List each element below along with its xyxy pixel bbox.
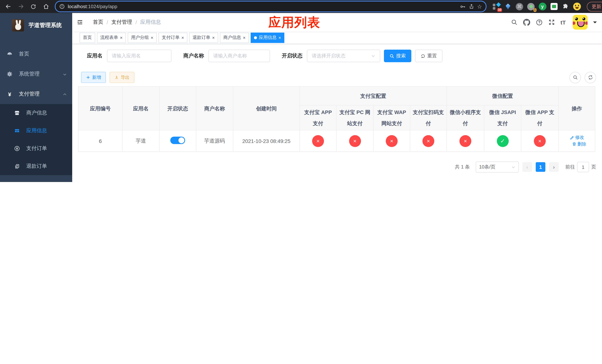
extension-balloon-icon[interactable] bbox=[504, 2, 512, 11]
breadcrumb-home[interactable]: 首页 bbox=[93, 19, 103, 26]
next-page-button[interactable]: › bbox=[549, 162, 559, 172]
password-key-icon[interactable] bbox=[460, 3, 466, 10]
table-toolbar: 新增 导出 bbox=[78, 72, 596, 83]
search-icon[interactable] bbox=[511, 19, 517, 26]
cell-alipay-wap: × bbox=[373, 130, 410, 152]
reset-button[interactable]: 重置 bbox=[415, 50, 442, 62]
trash-icon bbox=[572, 142, 576, 146]
fullscreen-icon[interactable] bbox=[548, 19, 555, 26]
tab-pay-order[interactable]: 支付订单× bbox=[159, 32, 187, 43]
add-button[interactable]: 新增 bbox=[81, 72, 106, 83]
extension-command-icon[interactable]: ⌘ bbox=[515, 2, 524, 11]
store-icon bbox=[14, 110, 20, 116]
page-1-button[interactable]: 1 bbox=[536, 162, 545, 172]
tab-close-icon[interactable]: × bbox=[120, 35, 123, 40]
home-icon[interactable] bbox=[41, 1, 51, 12]
help-icon[interactable] bbox=[536, 19, 543, 26]
sidebar-logo-row[interactable]: 芋道管理系统 bbox=[0, 13, 72, 34]
sidebar-item-home[interactable]: 首页 bbox=[0, 44, 72, 64]
sidebar-item-infra[interactable]: 基础设施 bbox=[0, 175, 72, 182]
tab-home[interactable]: 首页 bbox=[80, 32, 95, 43]
extensions-puzzle-icon[interactable] bbox=[561, 2, 570, 11]
sidebar-item-label: 支付管理 bbox=[19, 91, 56, 97]
user-avatar[interactable] bbox=[573, 15, 588, 30]
merchant-name-input[interactable]: 请输入商户名称 bbox=[208, 50, 270, 62]
sidebar-item-label: 支付订单 bbox=[26, 145, 47, 152]
reload-icon[interactable] bbox=[28, 1, 39, 12]
app-name-input[interactable]: 请输入应用名 bbox=[107, 50, 172, 62]
bookmark-star-icon[interactable]: ☆ bbox=[477, 3, 482, 10]
page-size-select[interactable]: 10条/页 bbox=[476, 161, 519, 172]
app-name-label: 应用名 bbox=[87, 53, 103, 59]
sidebar-item-merchant-info[interactable]: 商户信息 bbox=[0, 104, 72, 122]
ext-diamond bbox=[496, 2, 501, 7]
url-bar[interactable]: localhost:1024/pay/app ☆ bbox=[55, 1, 486, 12]
extension-blue-diamond-icon[interactable]: 10 bbox=[492, 2, 501, 11]
sidebar-item-pay-order[interactable]: 支付订单 bbox=[0, 139, 72, 157]
cell-actions: 修改 删除 bbox=[559, 130, 595, 152]
tab-refund-order[interactable]: 退款订单× bbox=[189, 32, 218, 43]
sidebar-item-label: 退款订单 bbox=[26, 163, 47, 170]
tab-close-icon[interactable]: × bbox=[279, 35, 281, 40]
breadcrumb: 首页 / 支付管理 / 应用信息 bbox=[93, 19, 161, 26]
share-icon[interactable] bbox=[469, 4, 474, 9]
search-button-icon bbox=[389, 54, 394, 58]
status-select[interactable]: 请选择开启状态 bbox=[307, 50, 380, 62]
status-cross-icon: × bbox=[460, 135, 471, 147]
tab-close-icon[interactable]: × bbox=[212, 35, 215, 40]
tab-close-icon[interactable]: × bbox=[151, 35, 153, 40]
cell-alipay-pc: × bbox=[336, 130, 373, 152]
font-size-icon[interactable]: tT bbox=[560, 19, 566, 25]
goto-page-input[interactable] bbox=[577, 162, 589, 172]
search-button[interactable]: 搜索 bbox=[384, 50, 411, 62]
magnifier-icon bbox=[573, 75, 578, 80]
merchant-name-label: 商户名称 bbox=[183, 53, 204, 59]
sidebar-item-payment[interactable]: ¥ 支付管理 bbox=[0, 84, 72, 104]
col-alipay-wap: 支付宝 WAP 网站支付 bbox=[373, 105, 410, 130]
tab-close-icon[interactable]: × bbox=[243, 35, 246, 40]
tab-process-form[interactable]: 流程表单× bbox=[97, 32, 126, 43]
breadcrumb-separator: / bbox=[107, 19, 108, 25]
page-annotation: 应用列表 bbox=[269, 14, 320, 30]
app-logo bbox=[12, 19, 24, 31]
avatar-caret-icon[interactable] bbox=[593, 21, 597, 25]
prev-page-button[interactable]: ‹ bbox=[522, 162, 532, 172]
back-icon[interactable] bbox=[3, 1, 13, 12]
tab-merchant-info[interactable]: 商户信息× bbox=[220, 32, 249, 43]
tab-close-icon[interactable]: × bbox=[182, 35, 184, 40]
sidebar-item-refund-order[interactable]: 退款订单 bbox=[0, 157, 72, 175]
breadcrumb-payment[interactable]: 支付管理 bbox=[111, 19, 132, 26]
toggle-search-button[interactable] bbox=[570, 72, 581, 83]
sidebar: 芋道管理系统 首页 系统管理 bbox=[0, 13, 72, 182]
tab-label: 支付订单 bbox=[162, 34, 180, 41]
sidebar-item-app-info[interactable]: 应用信息 bbox=[0, 122, 72, 139]
url-text[interactable]: localhost:1024/pay/app bbox=[68, 4, 457, 9]
sidebar-item-system[interactable]: 系统管理 bbox=[0, 64, 72, 84]
github-icon[interactable] bbox=[523, 19, 530, 26]
refresh-icon bbox=[588, 75, 593, 80]
tab-label: 应用信息 bbox=[259, 34, 277, 41]
browser-update-button[interactable]: 更新 bbox=[587, 2, 602, 11]
site-info-icon[interactable] bbox=[59, 4, 65, 9]
delete-link[interactable]: 删除 bbox=[572, 141, 586, 147]
cell-alipay-qr: × bbox=[410, 130, 447, 152]
forward-icon[interactable] bbox=[16, 1, 26, 12]
status-cross-icon: × bbox=[312, 135, 324, 147]
extension-y-icon[interactable]: y bbox=[538, 2, 547, 11]
profile-avatar-icon[interactable] bbox=[573, 2, 581, 11]
tab-app-info[interactable]: 应用信息× bbox=[251, 32, 284, 43]
tab-user-group[interactable]: 用户分组× bbox=[128, 32, 157, 43]
sidebar-collapse-icon[interactable] bbox=[72, 13, 88, 32]
balloon-shape bbox=[505, 3, 510, 10]
main-area: 首页 / 支付管理 / 应用信息 应用列表 bbox=[72, 13, 602, 182]
extension-target-icon[interactable]: 1 bbox=[527, 2, 535, 11]
tab-label: 首页 bbox=[83, 34, 92, 41]
export-button[interactable]: 导出 bbox=[110, 72, 134, 83]
refresh-table-button[interactable] bbox=[585, 72, 596, 83]
chevron-down-icon bbox=[63, 71, 67, 77]
extension-chat-icon[interactable] bbox=[550, 2, 558, 11]
enable-toggle[interactable] bbox=[170, 137, 185, 144]
page-size-value: 10条/页 bbox=[479, 164, 495, 170]
status-check-icon: ✓ bbox=[497, 135, 508, 147]
edit-link[interactable]: 修改 bbox=[570, 134, 584, 141]
